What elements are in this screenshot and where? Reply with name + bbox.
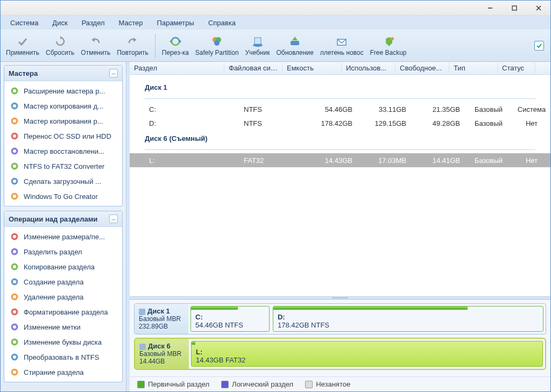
table-cell: 14.41GB [411,156,464,165]
collapse-icon[interactable]: ︿ [109,215,118,223]
column-header[interactable]: Свободное... [395,62,449,74]
table-cell: 129.15GB [357,119,411,127]
wizard-item[interactable]: Расширение мастера р... [4,83,122,98]
table-row[interactable]: D:NTFS178.42GB129.15GB49.28GBБазовыйНет [130,116,550,130]
toolbar-undo-button[interactable]: Отменить [77,34,114,58]
wizard-item[interactable]: Мастер восстановлени... [4,144,122,159]
column-header[interactable]: Тип [449,62,498,74]
toolbar-update-button[interactable]: Обновление [273,34,316,58]
operation-item[interactable]: Изменение буквы диска [4,334,122,350]
toolbar-check-button[interactable]: Применить [3,34,43,58]
operation-icon [10,352,19,362]
sidebar: Мастера ︿ Расширение мастера р...Мастер … [1,62,126,391]
operation-item[interactable]: Изменение размера/пе... [4,229,122,244]
check-icon [16,35,29,48]
toolbar-label: Учебник [245,49,270,56]
toolbar-mail-button[interactable]: ллетень новос [317,34,367,58]
diskmap-partition[interactable]: D:178.42GB NTFS [273,306,543,332]
wizard-item[interactable]: Сделать загрузочный ... [4,174,122,189]
usage-bar [192,341,195,345]
svg-point-51 [13,355,16,359]
minimize-button[interactable] [478,1,502,16]
menu-Раздел[interactable]: Раздел [76,17,110,28]
toolbar-backup-button[interactable]: Free Backup [367,34,410,58]
operation-item-label: Изменение метки [24,323,81,331]
svg-marker-7 [179,39,181,44]
operation-icon [10,307,19,317]
legend-item: Незанятое [305,380,350,389]
operations-panel: Операции над разделами ︿ Изменение разме… [4,211,123,382]
operation-icon [10,247,19,256]
operations-panel-header[interactable]: Операции над разделами ︿ [4,211,122,227]
operation-item[interactable]: Создание раздела [4,274,122,289]
column-header[interactable]: Емкость [282,62,342,74]
operation-item[interactable]: Копирование раздела [4,259,122,274]
wizard-item[interactable]: Мастер копирования р... [4,113,122,129]
operation-item[interactable]: Преобразовать в NTFS [4,350,122,365]
disk-icon [139,344,146,350]
partition-sub: 178.42GB NTFS [278,321,329,329]
menu-Мастер[interactable]: Мастер [114,17,149,28]
operation-icon [10,232,19,241]
table-cell: Система [513,105,550,113]
legend-item: Первичный раздел [137,380,209,389]
column-header[interactable]: Раздел [130,62,224,74]
wizard-item[interactable]: Windows To Go Creator [4,189,122,204]
operation-item-label: Удаление раздела [24,293,83,301]
toolbar-label: Применить [6,49,39,56]
menu-Справка[interactable]: Справка [203,17,241,28]
toolbar-reload-button[interactable]: Сбросить [43,34,77,58]
wizard-icon [10,86,19,96]
collapse-icon[interactable]: ︿ [109,69,118,77]
operation-item-label: Преобразовать в NTFS [24,353,99,361]
svg-point-43 [13,295,16,298]
wizards-panel-header[interactable]: Мастера ︿ [4,66,122,81]
menu-Параметры[interactable]: Параметры [152,17,200,28]
pro-checkbox[interactable] [534,41,544,51]
table-row[interactable]: L:FAT3214.43GB17.03MB14.41GBБазовыйНет [130,153,550,167]
table-cell: 33.11GB [357,105,411,113]
diskmap-partition[interactable]: C:54.46GB NTFS [190,306,270,332]
table-cell: Базовый [464,119,513,127]
table-cell: 14.43GB [298,156,357,165]
usage-bar [191,307,238,310]
operation-item[interactable]: Форматирование раздела [4,304,122,319]
menu-Система[interactable]: Система [5,17,44,28]
close-button[interactable] [526,1,550,16]
wizard-item[interactable]: Мастер копирования д... [4,98,122,113]
table-cell: L: [145,156,239,165]
svg-point-47 [13,325,16,329]
column-header[interactable]: Файловая сист... [224,62,282,74]
column-header[interactable]: Использов... [342,62,395,74]
operation-item[interactable]: Удаление раздела [4,289,122,304]
mail-icon [335,35,348,48]
table-row[interactable]: C:NTFS54.46GB33.11GB21.35GBБазовыйСистем… [130,102,550,116]
operation-item-label: Разделить раздел [24,248,82,256]
wizard-item[interactable]: Перенос ОС SSD или HDD [4,129,122,144]
wizard-item[interactable]: NTFS to FAT32 Converter [4,159,122,174]
column-header[interactable]: Статус [498,62,535,74]
toolbar: ПрименитьСброситьОтменитьПовторитьПерез-… [1,30,550,62]
operation-item[interactable]: Стирание раздела [4,365,122,380]
operation-item[interactable]: Изменение метки [4,319,122,334]
table-cell: C: [145,105,239,113]
toolbar-cycle-button[interactable]: Перез-ка [159,34,192,58]
toolbar-book-button[interactable]: Учебник [242,34,273,58]
svg-marker-8 [169,39,172,44]
svg-marker-5 [91,38,95,42]
menu-Диск[interactable]: Диск [47,17,73,28]
maximize-button[interactable] [502,1,526,16]
table-cell: FAT32 [239,156,298,165]
table-cell: Нет [513,156,550,165]
wizard-icon [10,146,19,156]
diskmap-row[interactable]: Диск 1Базовый MBR232.89GB C:54.46GB NTFS… [134,303,546,334]
toolbar-shield-button[interactable]: Safely Partition [192,34,242,58]
wizard-icon [10,131,19,141]
operation-item[interactable]: Разделить раздел [4,244,122,259]
toolbar-redo-button[interactable]: Повторить [114,34,152,58]
svg-marker-15 [292,37,298,40]
diskmap-partition[interactable]: L:14.43GB FAT32 [191,341,543,367]
diskmap-row[interactable]: Диск 6Базовый MBR14.44GB L:14.43GB FAT32 [134,338,546,370]
svg-point-41 [13,280,16,283]
toolbar-label: Перез-ка [162,49,189,56]
